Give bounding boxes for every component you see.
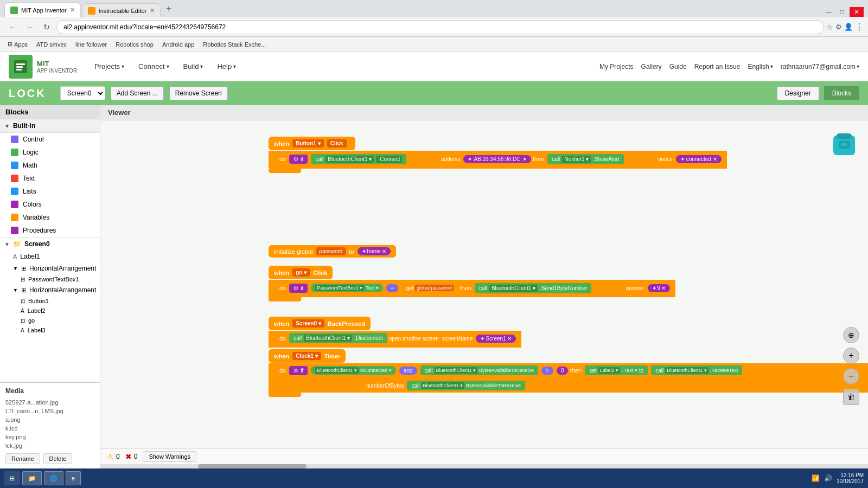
- media-item-1[interactable]: LTI_conn...n_LMS.jpg: [5, 407, 94, 415]
- block-go-click[interactable]: when go ▾ Click do ⚙ if PasswordTextBox1…: [269, 266, 675, 301]
- lists-item[interactable]: Lists: [0, 185, 100, 198]
- bt-client2-ref[interactable]: BluetoothClient1 ▾: [489, 285, 538, 292]
- line-follower-bookmark[interactable]: line follower: [72, 40, 110, 49]
- horiz-arr-1-header[interactable]: ▼ ⊞ HorizontalArrangement: [0, 262, 100, 274]
- nav-help[interactable]: Help ▾: [210, 59, 242, 74]
- tab-instructable[interactable]: Instructable Editor ✕: [82, 3, 161, 17]
- apps-bookmark[interactable]: ⊞ Apps: [4, 40, 31, 49]
- bt-client5-ref[interactable]: BluetoothClient1 ▾: [435, 367, 478, 374]
- menu-icon[interactable]: ⋮: [855, 22, 864, 32]
- label3-item[interactable]: A Label3: [0, 325, 100, 335]
- bookmark-icon[interactable]: ☆: [826, 23, 833, 31]
- refresh-button[interactable]: ↻: [39, 20, 54, 35]
- report-issue-link[interactable]: Report an Issue: [694, 63, 741, 70]
- go-ref[interactable]: go ▾: [292, 268, 310, 277]
- bt-client6-ref[interactable]: BluetoothClient1 ▾: [665, 367, 709, 374]
- zoom-center-button[interactable]: ⊕: [843, 327, 859, 343]
- zoom-in-button[interactable]: +: [843, 348, 859, 364]
- variables-item[interactable]: Variables: [0, 211, 100, 224]
- back-button[interactable]: ←: [4, 20, 20, 35]
- robotics-stack-bookmark[interactable]: Robotics Stack Exche...: [200, 40, 269, 49]
- blocks-button[interactable]: Blocks: [824, 86, 859, 100]
- connected-close[interactable]: ✕: [713, 156, 717, 162]
- minimize-icon[interactable]: ─: [823, 7, 835, 17]
- backpack-icon[interactable]: [829, 129, 859, 159]
- nav-build[interactable]: Build ▾: [177, 59, 210, 74]
- h-scrollbar[interactable]: [100, 464, 868, 468]
- new-tab-button[interactable]: +: [162, 3, 175, 15]
- blocks-canvas[interactable]: when Button1 ▾ Click do ⚙ if call Blueto…: [100, 120, 868, 448]
- designer-button[interactable]: Designer: [777, 86, 819, 100]
- label2-item[interactable]: A Label2: [0, 306, 100, 316]
- trash-icon[interactable]: 🗑: [843, 389, 859, 405]
- bt-client4-ref[interactable]: BluetoothClient1 ▾: [315, 367, 359, 374]
- maximize-icon[interactable]: □: [837, 7, 847, 17]
- tab-close-2-icon[interactable]: ✕: [150, 7, 155, 14]
- control-item[interactable]: Control: [0, 133, 100, 146]
- media-item-4[interactable]: key.png: [5, 433, 94, 441]
- block-global-password[interactable]: initialize global password to ✦ home ✕: [269, 245, 396, 258]
- screen-selector[interactable]: Screen0: [60, 86, 105, 100]
- clock1-ref[interactable]: Clock1 ▾: [292, 352, 321, 360]
- screen0-ref[interactable]: Screen0 ▾: [292, 319, 324, 328]
- procedures-item[interactable]: Procedures: [0, 224, 100, 237]
- block-clock-timer[interactable]: when Clock1 ▾ Timer do ⚙ if BluetoothCli…: [269, 349, 868, 397]
- media-item-2[interactable]: a.png: [5, 415, 94, 424]
- address-close[interactable]: ✕: [522, 156, 527, 162]
- guide-link[interactable]: Guide: [669, 63, 687, 70]
- user-icon[interactable]: 👤: [844, 23, 853, 31]
- block-button1-click[interactable]: when Button1 ▾ Click do ⚙ if call Blueto…: [269, 137, 727, 173]
- add-screen-button[interactable]: Add Screen ...: [111, 86, 164, 100]
- bt-client-ref[interactable]: BluetoothClient1 ▾: [326, 156, 374, 163]
- label1-item[interactable]: A Label1: [0, 251, 100, 262]
- user-email-link[interactable]: rathnaarun77@gmail.com ▾: [781, 63, 859, 70]
- button1-item[interactable]: ⊡ Button1: [0, 296, 100, 306]
- show-warnings-button[interactable]: Show Warnings: [143, 451, 196, 462]
- block-backpressed[interactable]: when Screen0 ▾ BackPressed do call Bluet…: [269, 317, 521, 348]
- logic-item[interactable]: Logic: [0, 146, 100, 159]
- language-selector[interactable]: English ▾: [748, 63, 773, 70]
- tab-mit-app-inventor[interactable]: MIT App Inventor ✕: [4, 2, 81, 17]
- media-item-3[interactable]: k.ico: [5, 424, 94, 433]
- forward-button[interactable]: →: [22, 20, 37, 35]
- nav-projects[interactable]: Projects ▾: [88, 59, 131, 74]
- address-bar[interactable]: [56, 20, 824, 34]
- password-textbox-item[interactable]: ⊟ PasswordTextBox1: [0, 274, 100, 284]
- tab-close-icon[interactable]: ✕: [70, 7, 75, 14]
- screen1-close[interactable]: ✕: [507, 336, 512, 342]
- android-app-bookmark[interactable]: Android app: [159, 40, 197, 49]
- text-item[interactable]: Text: [0, 172, 100, 185]
- nav-connect[interactable]: Connect ▾: [132, 59, 175, 74]
- notifier-ref[interactable]: Notifier1 ▾: [562, 156, 591, 163]
- math-item[interactable]: Math: [0, 159, 100, 172]
- bt-client7-ref[interactable]: BluetoothClient1 ▾: [422, 382, 465, 389]
- delete-button[interactable]: Delete: [43, 453, 73, 464]
- button1-ref[interactable]: Button1 ▾: [292, 139, 324, 147]
- taskbar-chrome[interactable]: 🌐: [44, 471, 63, 485]
- rename-button[interactable]: Rename: [5, 453, 40, 464]
- connect-ref[interactable]: .Connect: [376, 156, 402, 163]
- close-window-icon[interactable]: ✕: [850, 7, 864, 17]
- extensions-icon[interactable]: ⚙: [835, 23, 842, 31]
- builtin-header[interactable]: ▼ Built-in: [0, 119, 100, 133]
- taskbar-file-explorer[interactable]: 📁: [22, 471, 42, 485]
- go-item[interactable]: ⊡ go: [0, 316, 100, 325]
- gallery-link[interactable]: Gallery: [641, 63, 662, 70]
- media-item-5[interactable]: lck.jpg: [5, 441, 94, 450]
- remove-screen-button[interactable]: Remove Screen: [169, 86, 228, 100]
- atd-bookmark[interactable]: ATD smvec: [33, 40, 70, 49]
- zoom-out-button[interactable]: −: [843, 368, 859, 384]
- my-projects-link[interactable]: My Projects: [599, 63, 634, 70]
- robotics-shop-bookmark[interactable]: Robotics shop: [112, 40, 157, 49]
- nine-close[interactable]: ✕: [661, 285, 666, 291]
- taskbar-ie[interactable]: e: [66, 471, 81, 485]
- horiz-arr-2-header[interactable]: ▼ ⊞ HorizontalArrangement: [0, 284, 100, 296]
- colors-item[interactable]: Colors: [0, 198, 100, 211]
- label2-set-ref[interactable]: Label2 ▾: [598, 367, 621, 374]
- h-scrollbar-thumb[interactable]: [198, 464, 307, 468]
- start-button[interactable]: ⊞: [4, 471, 20, 485]
- media-item-0[interactable]: 525927-a...ation.jpg: [5, 398, 94, 407]
- bt-client3-ref[interactable]: BluetoothClient1 ▾: [304, 335, 352, 342]
- screen0-header[interactable]: ▼ 📁 Screen0: [0, 237, 100, 251]
- home-close[interactable]: ✕: [382, 248, 386, 254]
